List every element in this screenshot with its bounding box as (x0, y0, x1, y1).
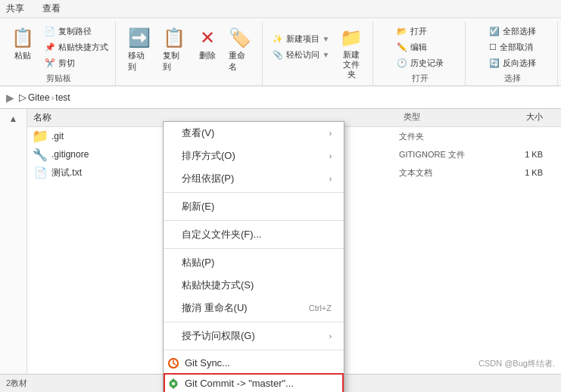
status-count: 2教材 (6, 378, 27, 389)
select-all-button[interactable]: ☑️ 全部选择 (486, 24, 539, 39)
left-nav: ▲ (0, 109, 27, 374)
edit-icon: ✏️ (397, 42, 407, 52)
submenu-arrow-icon: › (329, 129, 332, 138)
select-none-icon: ☐ (489, 42, 497, 52)
tab-share[interactable]: 共享 (6, 2, 24, 15)
watermark: CSDN @Bug终结者. (478, 358, 555, 369)
select-small-buttons: ☑️ 全部选择 ☐ 全部取消 🔄 反向选择 (486, 24, 539, 70)
move-icon: ➡️ (128, 27, 151, 48)
address-bar: ▶ ▷ Gitee › test (0, 86, 561, 109)
easy-access-icon: 📎 (273, 50, 283, 60)
ctx-sep4 (164, 322, 344, 322)
ctx-refresh[interactable]: 刷新(E) (164, 195, 344, 218)
ctx-sep5 (164, 350, 344, 350)
edit-button[interactable]: ✏️ 编辑 (394, 40, 447, 54)
header-size: 大小 (494, 111, 555, 124)
rename-button[interactable]: 🏷️ 重命名 (224, 24, 256, 70)
ctx-view[interactable]: 查看(V) › (164, 122, 344, 145)
open-label: 打开 (412, 73, 429, 86)
ribbon: 📋 粘贴 📄 复制路径 📌 粘贴快捷方式 ✂️ 剪切 剪贴板 (0, 18, 561, 86)
rename-icon: 🏷️ (229, 27, 251, 48)
submenu-arrow-icon: › (329, 175, 332, 183)
open-icon: 📂 (397, 26, 407, 36)
new-item-icon: ✨ (273, 34, 283, 44)
breadcrumb-sep1: › (51, 93, 55, 102)
nav-expand-icon[interactable]: ▲ (8, 112, 20, 126)
undo-shortcut: Ctrl+Z (309, 303, 332, 313)
toolbar-top: 共享 查看 (0, 0, 561, 18)
open-small-buttons: 📂 打开 ✏️ 编辑 🕐 历史记录 (394, 24, 447, 70)
clipboard-small-buttons: 📄 复制路径 📌 粘贴快捷方式 ✂️ 剪切 (42, 24, 111, 70)
breadcrumb-root[interactable]: ▷ (19, 92, 26, 103)
history-icon: 🕐 (397, 58, 407, 68)
clipboard-label: 剪贴板 (46, 73, 71, 86)
svg-point-2 (172, 382, 175, 385)
ctx-access[interactable]: 授予访问权限(G) › (164, 325, 344, 347)
cut-icon: ✂️ (45, 58, 55, 68)
ctx-git-sync[interactable]: Git Sync... (164, 353, 344, 373)
ctx-undo[interactable]: 撤消 重命名(U) Ctrl+Z (164, 297, 344, 319)
file-type: 文本文档 (399, 167, 490, 179)
history-button[interactable]: 🕐 历史记录 (394, 56, 447, 70)
ctx-sep2 (164, 220, 344, 221)
folder-icon: 📁 (33, 129, 47, 143)
select-label: 选择 (504, 73, 521, 86)
copy-path-icon: 📄 (45, 26, 55, 36)
copy-path-button[interactable]: 📄 复制路径 (42, 24, 111, 39)
copy-to-button[interactable]: 📋 复制到 (158, 24, 190, 70)
delete-icon: ✕ (200, 27, 215, 48)
breadcrumb-gitee[interactable]: Gitee (28, 92, 50, 103)
ribbon-group-new: ✨ 新建项目 ▼ 📎 轻松访问 ▼ 📁 新建文件夹 (264, 21, 373, 86)
paste-shortcut-icon: 📌 (45, 42, 55, 52)
paste-button[interactable]: 📋 粘贴 (7, 24, 39, 70)
git-sync-icon (167, 356, 180, 370)
ribbon-group-organize: ➡️ 移动到 📋 复制到 ✕ 删除 🏷️ 重命名 (117, 21, 263, 86)
file-type: 文件夹 (399, 131, 490, 142)
ctx-git-commit[interactable]: Git Commit -> "master"... (164, 373, 344, 392)
ctx-sort[interactable]: 排序方式(O) › (164, 145, 344, 167)
tab-view[interactable]: 查看 (42, 2, 61, 15)
new-buttons: ✨ 新建项目 ▼ 📎 轻松访问 ▼ 📁 新建文件夹 (270, 24, 368, 78)
new-item-button[interactable]: ✨ 新建项目 ▼ (270, 32, 333, 46)
delete-button[interactable]: ✕ 删除 (194, 24, 221, 70)
open-button[interactable]: 📂 打开 (394, 24, 447, 39)
ribbon-group-open: 📂 打开 ✏️ 编辑 🕐 历史记录 打开 (375, 21, 466, 86)
nav-back-icon[interactable]: ▶ (6, 92, 14, 104)
open-buttons: 📂 打开 ✏️ 编辑 🕐 历史记录 (394, 24, 447, 70)
submenu-arrow-icon: › (329, 152, 332, 160)
header-type: 类型 (404, 111, 494, 124)
context-menu: 查看(V) › 排序方式(O) › 分组依据(P) › 刷新(E) 自定义文件夹… (163, 121, 344, 392)
ctx-sep1 (164, 192, 344, 193)
select-none-button[interactable]: ☐ 全部取消 (486, 40, 539, 54)
file-size: 1 KB (494, 168, 555, 177)
copy-icon: 📋 (163, 27, 185, 48)
new-folder-button[interactable]: 📁 新建文件夹 (335, 24, 367, 70)
organize-buttons: ➡️ 移动到 📋 复制到 ✕ 删除 🏷️ 重命名 (123, 24, 256, 78)
git-commit-icon (167, 377, 180, 390)
ctx-paste-shortcut[interactable]: 粘贴快捷方式(S) (164, 274, 344, 297)
ctx-group[interactable]: 分组依据(P) › (164, 167, 344, 190)
breadcrumb-test[interactable]: test (55, 92, 70, 103)
new-small-buttons: ✨ 新建项目 ▼ 📎 轻松访问 ▼ (270, 24, 333, 70)
breadcrumb: ▷ Gitee › test (19, 92, 70, 103)
gitignore-icon: 🔧 (33, 148, 47, 161)
ctx-custom-folder[interactable]: 自定义文件夹(F)... (164, 223, 344, 246)
invert-selection-button[interactable]: 🔄 反向选择 (486, 56, 539, 70)
select-all-icon: ☑️ (489, 26, 500, 36)
move-to-button[interactable]: ➡️ 移动到 (123, 24, 155, 70)
invert-icon: 🔄 (489, 58, 500, 68)
ribbon-group-clipboard: 📋 粘贴 📄 复制路径 📌 粘贴快捷方式 ✂️ 剪切 剪贴板 (3, 21, 116, 86)
txt-icon: 📄 (33, 166, 47, 179)
paste-icon: 📋 (11, 27, 34, 48)
file-type: GITIGNORE 文件 (399, 149, 490, 160)
file-size: 1 KB (494, 150, 555, 159)
ctx-sep3 (164, 248, 344, 249)
easy-access-button[interactable]: 📎 轻松访问 ▼ (270, 48, 333, 62)
ctx-paste[interactable]: 粘贴(P) (164, 251, 344, 274)
submenu-arrow-icon: › (329, 332, 332, 341)
select-buttons: ☑️ 全部选择 ☐ 全部取消 🔄 反向选择 (486, 24, 539, 70)
ribbon-group-select: ☑️ 全部选择 ☐ 全部取消 🔄 反向选择 选择 (467, 21, 558, 86)
new-folder-icon: 📁 (340, 27, 363, 48)
paste-shortcut-button[interactable]: 📌 粘贴快捷方式 (42, 40, 111, 54)
cut-button[interactable]: ✂️ 剪切 (42, 56, 111, 70)
